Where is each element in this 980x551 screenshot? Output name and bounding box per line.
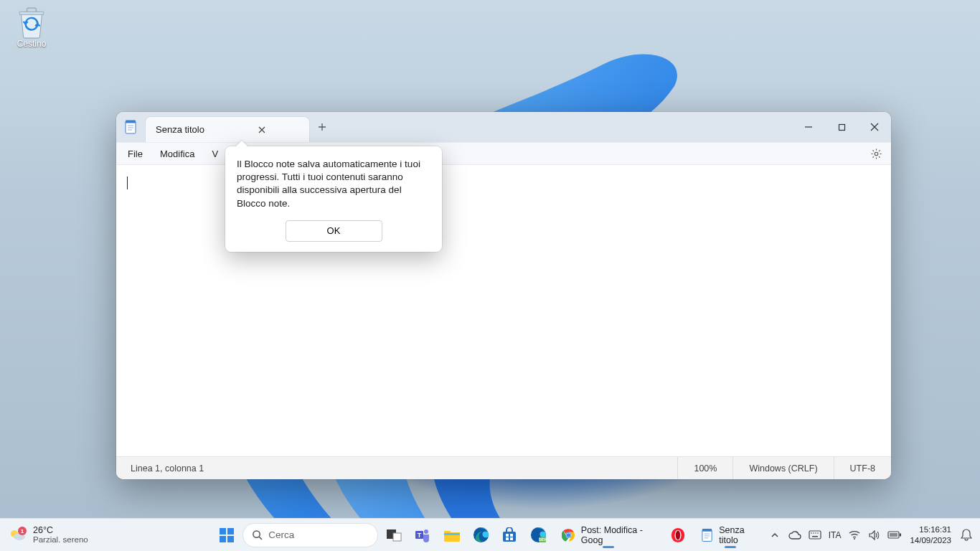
tray-onedrive-icon[interactable] (786, 524, 804, 546)
text-caret (127, 176, 128, 189)
svg-text:1: 1 (21, 528, 24, 534)
new-tab-button[interactable] (310, 112, 334, 142)
svg-point-49 (854, 538, 855, 540)
weather-desc: Parzial. sereno (33, 535, 88, 544)
tray-overflow[interactable] (765, 524, 784, 546)
svg-rect-27 (510, 537, 513, 540)
status-zoom[interactable]: 100% (677, 457, 732, 479)
svg-rect-23 (503, 532, 516, 542)
svg-text:DEV: DEV (540, 538, 547, 542)
tab-untitled[interactable]: Senza titolo (145, 116, 310, 142)
svg-rect-14 (227, 536, 234, 542)
search-placeholder: Cerca (268, 529, 294, 540)
titlebar[interactable]: Senza titolo (116, 112, 891, 142)
tooltip-ok-button[interactable]: OK (286, 220, 382, 242)
menu-view[interactable]: V (204, 146, 225, 162)
svg-rect-17 (393, 533, 401, 541)
menu-edit[interactable]: Modifica (153, 146, 202, 162)
svg-point-15 (253, 531, 260, 537)
taskbar-search[interactable]: Cerca (242, 523, 378, 547)
tooltip-text: Il Blocco note salva automaticamente i t… (237, 158, 430, 210)
tray-language[interactable]: ITA (826, 530, 844, 540)
settings-button[interactable] (865, 143, 887, 164)
tray-battery-icon[interactable] (885, 524, 904, 546)
autosave-tooltip: Il Blocco note salva automaticamente i t… (225, 146, 442, 252)
svg-point-46 (815, 532, 816, 534)
svg-point-44 (811, 532, 812, 534)
close-button[interactable] (858, 112, 891, 142)
svg-point-6 (875, 152, 878, 156)
svg-rect-52 (890, 533, 897, 537)
taskbar-task-view[interactable] (381, 521, 407, 550)
svg-point-47 (817, 532, 819, 534)
taskbar-explorer[interactable] (439, 521, 465, 550)
tray-date: 14/09/2023 (910, 535, 951, 545)
taskbar-chrome[interactable]: Post: Modifica - Goog (555, 521, 662, 550)
svg-rect-51 (900, 534, 901, 537)
notepad-app-icon (116, 112, 145, 142)
desktop-icon-recycle-bin[interactable]: Cestino (6, 6, 57, 49)
svg-rect-26 (506, 537, 509, 540)
svg-rect-39 (702, 529, 712, 532)
svg-point-34 (567, 533, 571, 537)
svg-point-20 (424, 529, 428, 534)
minimize-button[interactable] (792, 112, 825, 142)
svg-rect-38 (702, 529, 712, 541)
taskbar-opera[interactable] (665, 521, 691, 550)
search-icon (252, 529, 263, 540)
svg-rect-21 (444, 533, 460, 535)
menu-file[interactable]: File (121, 146, 150, 162)
start-button[interactable] (214, 522, 240, 549)
status-line-endings[interactable]: Windows (CRLF) (732, 457, 833, 479)
svg-rect-11 (220, 528, 226, 534)
svg-rect-1 (126, 121, 136, 123)
svg-text:T: T (418, 531, 422, 538)
svg-rect-5 (839, 124, 844, 130)
statusbar: Linea 1, colonna 1 100% Windows (CRLF) U… (116, 456, 891, 479)
taskbar-weather[interactable]: 1 26°C Parzial. sereno (0, 525, 88, 545)
taskbar-store[interactable] (496, 521, 522, 550)
tray-volume-icon[interactable] (865, 524, 884, 546)
taskbar-teams[interactable]: T (410, 521, 435, 550)
svg-rect-13 (220, 536, 226, 542)
status-position: Linea 1, colonna 1 (116, 463, 204, 474)
recycle-bin-label: Cestino (6, 39, 57, 49)
tray-time: 15:16:31 (910, 524, 951, 534)
taskbar-edge[interactable] (468, 521, 494, 550)
notepad-icon (701, 527, 713, 543)
svg-rect-48 (812, 536, 818, 537)
taskbar: 1 26°C Parzial. sereno Cerca (0, 518, 980, 551)
recycle-bin-icon (17, 6, 47, 36)
desktop: Cestino Senza titolo (0, 0, 980, 551)
tray-wifi-icon[interactable] (845, 524, 864, 546)
taskbar-chrome-label: Post: Modifica - Goog (581, 525, 655, 545)
weather-temp: 26°C (33, 526, 88, 536)
svg-rect-24 (506, 534, 509, 537)
maximize-button[interactable] (825, 112, 858, 142)
svg-rect-43 (809, 531, 821, 539)
taskbar-notepad[interactable]: Senza titolo (694, 521, 766, 550)
tray-keyboard-icon[interactable] (806, 524, 824, 546)
taskbar-edge-dev[interactable]: DEV (526, 521, 552, 550)
tray-notifications-icon[interactable] (957, 524, 976, 546)
chrome-icon (562, 527, 575, 543)
tab-close-button[interactable] (255, 123, 269, 137)
svg-point-37 (676, 530, 680, 540)
weather-icon: 1 (7, 525, 27, 545)
status-encoding[interactable]: UTF-8 (834, 457, 891, 479)
svg-point-45 (813, 532, 814, 534)
svg-rect-12 (227, 528, 234, 534)
taskbar-notepad-label: Senza titolo (719, 525, 759, 545)
tab-title: Senza titolo (156, 124, 204, 135)
svg-rect-25 (510, 534, 513, 537)
tray-clock[interactable]: 15:16:31 14/09/2023 (905, 524, 956, 545)
